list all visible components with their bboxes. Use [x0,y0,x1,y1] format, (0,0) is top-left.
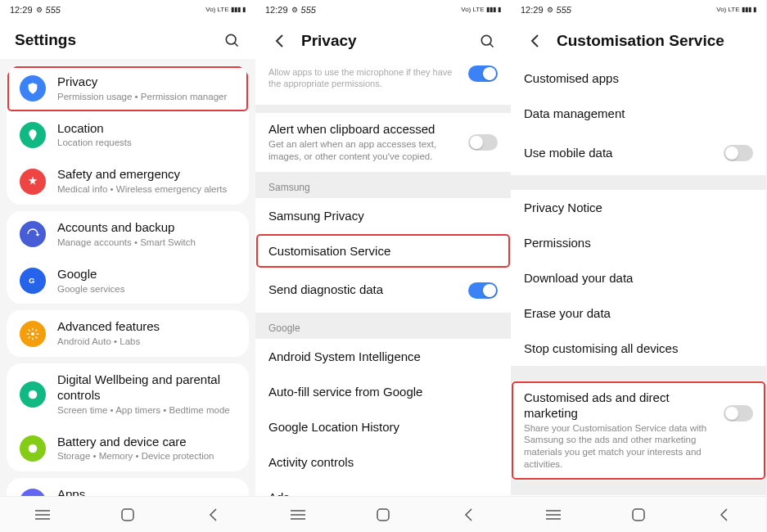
nav-back[interactable] [196,498,229,531]
status-bar: 12:29⚙555 Vo) LTE ▮▮▮ ▮ [255,0,511,20]
activity-controls-row[interactable]: Activity controls [255,444,511,480]
header: Settings [0,20,255,59]
clipboard-alert-row[interactable]: Alert when clipboard accessed Get an ale… [255,113,511,172]
back-button[interactable] [270,31,290,51]
nav-home[interactable] [111,498,144,531]
list-sub: Permission usage • Permission manager [57,91,236,103]
status-time: 12:29 [10,5,33,15]
svg-point-14 [481,35,491,45]
settings-list: Privacy Permission usage • Permission ma… [0,59,255,496]
samsung-privacy-row[interactable]: Samsung Privacy [255,198,511,233]
use-mobile-data-row[interactable]: Use mobile data [511,131,766,175]
customisation-list: Customised apps Data management Use mobi… [511,61,766,496]
data-management-row[interactable]: Data management [511,96,766,131]
svg-rect-23 [633,509,644,521]
nav-back[interactable] [452,498,485,531]
nav-recents[interactable] [282,498,314,531]
privacy-notice-row[interactable]: Privacy Notice [511,190,766,225]
customised-apps-row[interactable]: Customised apps [511,61,766,96]
settings-item-advanced[interactable]: Advanced features Android Auto • Labs [7,310,249,357]
clipboard-toggle[interactable] [468,134,498,151]
autofill-row[interactable]: Auto-fill service from Google [255,374,511,409]
nav-bar [511,496,766,532]
svg-line-1 [235,43,238,47]
shield-icon [20,75,46,101]
customisation-service-row[interactable]: Customisation Service [255,233,511,268]
location-history-row[interactable]: Google Location History [255,409,511,444]
customised-ads-row[interactable]: Customised ads and direct marketing Shar… [511,381,766,480]
mobile-data-toggle[interactable] [724,145,753,161]
privacy-screen: 12:29⚙555 Vo) LTE ▮▮▮ ▮ Privacy Allow ap… [255,0,511,532]
wellbeing-icon [20,381,46,408]
ads-toggle[interactable] [724,405,753,422]
nav-home[interactable] [367,498,399,531]
settings-item-privacy[interactable]: Privacy Permission usage • Permission ma… [7,65,249,112]
nav-back[interactable] [707,498,740,531]
permissions-row[interactable]: Permissions [511,225,766,260]
search-icon[interactable] [478,32,496,50]
privacy-list: Allow apps to use the microphone if they… [255,61,511,496]
settings-item-location[interactable]: Location Location requests [7,112,249,159]
nav-bar [0,496,255,532]
nav-bar [255,496,511,532]
customisation-screen: 12:29⚙555 Vo) LTE ▮▮▮ ▮ Customisation Se… [511,0,766,532]
safety-icon [20,169,46,195]
svg-text:G: G [29,277,34,285]
google-icon: G [20,268,46,294]
svg-point-4 [29,390,38,399]
settings-screen: 12:29 ⚙ 555 Vo) LTE ▮▮▮ ▮ Settings Priva… [0,0,255,532]
sync-icon [20,221,46,247]
nav-home[interactable] [622,498,655,531]
settings-item-battery[interactable]: Battery and device care Storage • Memory… [7,426,249,472]
status-icons: Vo) LTE ▮▮▮ ▮ [205,7,246,13]
settings-item-safety[interactable]: Safety and emergency Medical info • Wire… [7,158,249,205]
location-icon [20,122,46,148]
status-bar: 12:29⚙555 Vo) LTE ▮▮▮ ▮ [511,0,766,20]
settings-item-wellbeing[interactable]: Digital Wellbeing and parental controls … [7,363,249,425]
page-title: Privacy [301,32,478,50]
section-samsung: Samsung [255,172,511,198]
svg-point-0 [226,34,236,44]
stop-customising-row[interactable]: Stop customising all devices [511,331,766,366]
battery-icon [20,435,46,462]
nav-recents[interactable] [537,498,570,531]
apps-icon [20,489,46,496]
status-bar: 12:29 ⚙ 555 Vo) LTE ▮▮▮ ▮ [0,0,255,20]
status-net: 555 [46,5,61,15]
settings-item-accounts[interactable]: Accounts and backup Manage accounts • Sm… [7,211,249,258]
gear-icon [20,321,46,347]
page-title: Customisation Service [557,32,751,50]
svg-rect-19 [377,509,389,521]
download-data-row[interactable]: Download your data [511,260,766,295]
send-diagnostic-row[interactable]: Send diagnostic data [255,268,511,313]
list-title: Privacy [57,74,236,90]
erase-data-row[interactable]: Erase your data [511,295,766,331]
header: Customisation Service [511,20,766,61]
back-button[interactable] [526,31,545,51]
section-google: Google [255,313,511,339]
mic-toggle[interactable] [468,65,498,82]
svg-line-15 [490,44,494,47]
svg-point-5 [29,444,38,453]
diagnostic-toggle[interactable] [468,282,498,299]
settings-item-google[interactable]: G Google Google services [7,258,249,304]
search-icon[interactable] [223,31,241,49]
svg-point-3 [31,332,34,336]
mic-permission-row[interactable]: Allow apps to use the microphone if they… [255,61,511,105]
android-intelligence-row[interactable]: Android System Intelligence [255,339,511,374]
page-title: Settings [15,31,223,49]
nav-recents[interactable] [26,498,59,531]
header: Privacy [255,20,511,61]
ads-row[interactable]: Ads [255,480,511,496]
settings-item-apps[interactable]: Apps Default apps • App settings [7,478,249,496]
svg-rect-13 [122,509,133,521]
